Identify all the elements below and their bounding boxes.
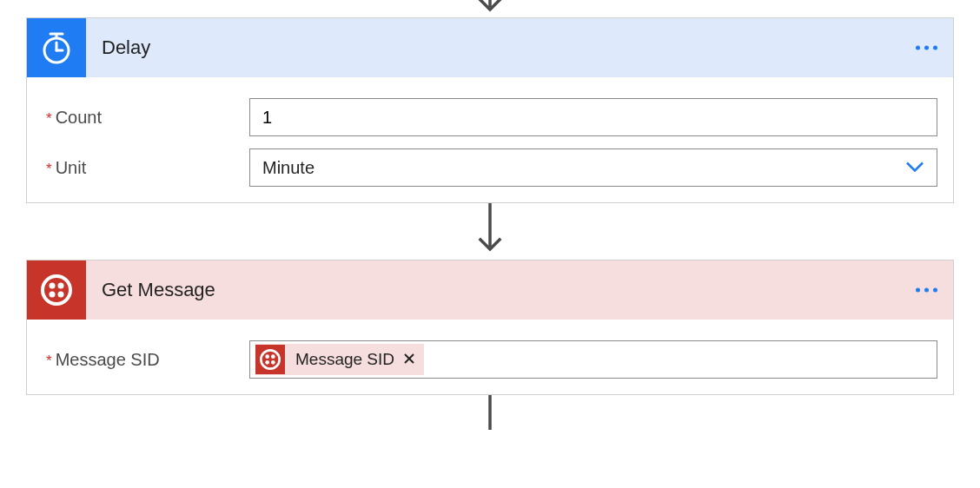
unit-select-value: Minute [262,158,315,178]
message-sid-field-row: * Message SID [43,340,937,379]
get-message-card-title: Get Message [102,279,215,301]
get-message-card: Get Message * Message SID [26,260,954,395]
unit-select[interactable]: Minute [249,148,937,187]
delay-card-body: * Count * Unit Minute [27,77,953,202]
timer-icon [27,18,86,77]
unit-field-row: * Unit Minute [43,148,937,187]
svg-point-8 [50,283,56,289]
unit-field-label: Unit [56,158,87,178]
close-icon[interactable] [403,351,415,369]
get-message-card-menu[interactable] [916,288,937,293]
svg-point-16 [271,360,275,365]
required-asterisk: * [46,353,52,370]
count-input-wrapper[interactable] [249,98,937,136]
delay-card-header[interactable]: Delay [27,18,953,77]
svg-point-9 [58,283,64,289]
required-asterisk: * [46,161,52,178]
message-sid-input[interactable]: Message SID [249,340,937,379]
message-sid-token[interactable]: Message SID [255,344,424,375]
chevron-down-icon [905,158,924,178]
get-message-card-header[interactable]: Get Message [27,260,953,320]
twilio-icon [27,260,86,320]
count-field-row: * Count [43,98,937,136]
count-input[interactable] [262,108,924,128]
svg-point-11 [58,292,64,298]
svg-point-13 [265,354,269,359]
delay-card: Delay * Count * Unit M [26,17,954,203]
svg-point-12 [261,350,279,368]
delay-card-menu[interactable] [916,46,937,50]
twilio-icon [255,345,285,374]
token-label: Message SID [295,350,394,369]
svg-point-15 [265,360,269,365]
flow-arrow-bottom [0,395,980,421]
message-sid-field-label: Message SID [56,350,160,370]
get-message-card-body: * Message SID [27,320,953,394]
required-asterisk: * [46,110,52,128]
delay-card-title: Delay [102,36,150,59]
svg-point-10 [50,292,56,298]
svg-point-7 [43,276,70,304]
count-field-label: Count [56,108,102,128]
svg-point-14 [271,354,275,359]
flow-arrow-top [0,0,980,17]
flow-arrow-middle [0,203,980,260]
